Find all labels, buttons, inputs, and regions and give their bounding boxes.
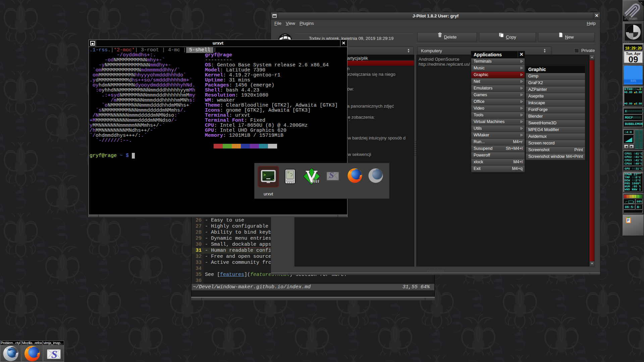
svg-text:im: im: [312, 177, 319, 184]
svg-text:S: S: [51, 348, 57, 360]
svg-text:S: S: [329, 171, 334, 180]
svg-text:>: >: [263, 173, 266, 178]
